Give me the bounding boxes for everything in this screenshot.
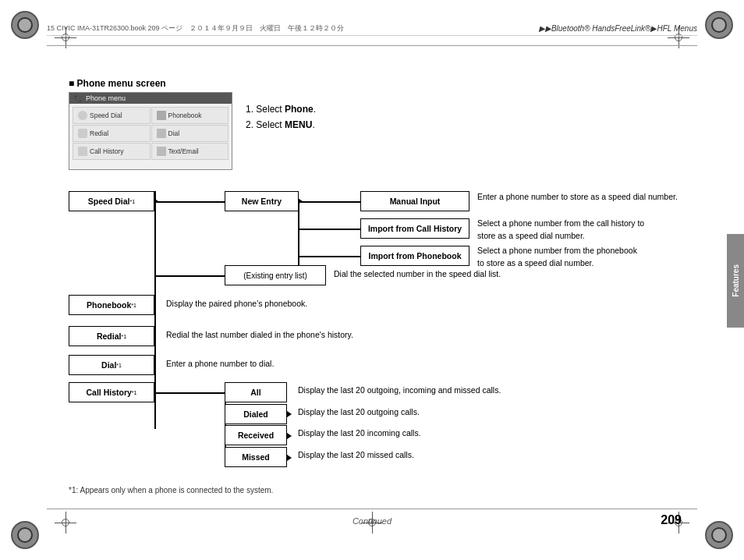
phone-item-speeddial: Speed Dial <box>73 107 151 124</box>
line-to-importphonebook <box>298 256 360 257</box>
phone-item-phonebook: Phonebook <box>151 107 229 124</box>
instruction-phone-bold: Phone <box>285 104 314 115</box>
phone-item-redial-label: Redial <box>90 129 108 137</box>
phone-item-speeddial-label: Speed Dial <box>90 112 122 119</box>
existing-entry-box: (Existing entry list) <box>225 265 326 285</box>
line-to-importcall <box>298 229 360 230</box>
instruction-line-1: 1. Select Phone. <box>246 101 316 117</box>
desc-dial: Enter a phone number to dial. <box>166 358 384 370</box>
instructions: 1. Select Phone. 2. Select MENU. <box>246 101 316 133</box>
line-to-all <box>154 392 225 394</box>
phone-item-textemail-label: Text/Email <box>168 147 199 155</box>
dial-box: Dial*1 <box>69 355 154 375</box>
phone-item-phonebook-label: Phonebook <box>168 112 202 119</box>
dialed-box: Dialed <box>225 404 287 424</box>
dial-icon <box>157 129 166 138</box>
side-label: Features <box>727 234 744 328</box>
phonebook-icon <box>157 111 166 120</box>
desc-import-call-history: Select a phone number from the call hist… <box>477 218 696 243</box>
phone-item-callhistory: Call History <box>73 143 151 160</box>
breadcrumb: ▶▶Bluetooth® HandsFreeLink®▶HFL Menus <box>539 24 697 33</box>
file-info: 15 CIVIC IMA-31TR26300.book 209 ページ ２０１４… <box>47 23 539 34</box>
crosshair-bottom-left <box>55 512 76 533</box>
diagram: Speed Dial*1 New Entry Manual Input Ente… <box>69 183 721 472</box>
manual-input-box: Manual Input <box>360 191 469 211</box>
bottom-rule <box>47 509 697 509</box>
corner-top-right <box>705 11 733 39</box>
phone-item-dial-label: Dial <box>168 129 180 137</box>
import-phonebook-box: Import from Phonebook <box>360 246 469 266</box>
phone-item-textemail: Text/Email <box>151 143 229 160</box>
desc-missed: Display the last 20 missed calls. <box>298 449 532 462</box>
line-to-existing <box>154 275 225 277</box>
phone-item-dial: Dial <box>151 125 229 142</box>
instruction-menu-bold: MENU <box>285 119 312 130</box>
phone-item-callhistory-label: Call History <box>90 147 123 155</box>
line-to-manual <box>298 201 360 203</box>
desc-dialed: Display the last 20 outgoing calls. <box>298 406 532 419</box>
text-email-icon <box>157 147 166 156</box>
phone-screenshot: 📞 Phone menu Speed Dial Phonebook Redial… <box>69 92 232 170</box>
side-label-text: Features <box>732 264 740 297</box>
corner-top-left <box>11 11 39 39</box>
received-box: Received <box>225 425 287 445</box>
desc-received: Display the last 20 incoming calls. <box>298 427 532 440</box>
desc-manual-input: Enter a phone number to store as a speed… <box>477 191 696 204</box>
new-entry-box: New Entry <box>225 191 299 211</box>
redial-box: Redial*1 <box>69 326 154 346</box>
top-rule <box>47 45 697 46</box>
missed-box: Missed <box>225 447 287 467</box>
desc-import-phonebook: Select a phone number from the phonebook… <box>477 245 688 270</box>
section-title: Phone menu screen <box>69 78 166 89</box>
corner-bottom-right <box>705 521 733 549</box>
desc-all: Display the last 20 outgoing, incoming a… <box>298 385 571 397</box>
all-box: All <box>225 382 287 402</box>
desc-existing-entry: Dial the selected number in the speed di… <box>334 268 599 281</box>
phone-menu-label: Phone menu <box>86 94 126 102</box>
phone-screenshot-grid: Speed Dial Phonebook Redial Dial Call Hi… <box>69 104 232 163</box>
call-history-icon <box>78 147 87 156</box>
phone-screenshot-title: 📞 Phone menu <box>69 93 232 104</box>
page-number: 209 <box>661 513 682 527</box>
corner-bottom-left <box>11 521 39 549</box>
desc-redial: Redial the last number dialed in the pho… <box>166 329 439 342</box>
redial-icon <box>78 129 87 138</box>
newentry-vert-line <box>298 201 299 271</box>
header-bar: 15 CIVIC IMA-31TR26300.book 209 ページ ２０１４… <box>47 22 697 36</box>
instruction-line-2: 2. Select MENU. <box>246 117 316 133</box>
import-call-history-box: Import from Call History <box>360 218 469 239</box>
speed-dial-box: Speed Dial*1 <box>69 191 154 211</box>
desc-phonebook: Display the paired phone's phonebook. <box>166 298 439 310</box>
phone-item-redial: Redial <box>73 125 151 142</box>
speed-dial-icon <box>78 111 87 120</box>
call-history-box: Call History*1 <box>69 382 154 402</box>
line-speed-to-newentry <box>154 201 225 203</box>
continued: Continued <box>353 516 391 526</box>
footnote: *1: Appears only when a phone is connect… <box>69 486 273 494</box>
phonebook-box: Phonebook*1 <box>69 295 154 315</box>
